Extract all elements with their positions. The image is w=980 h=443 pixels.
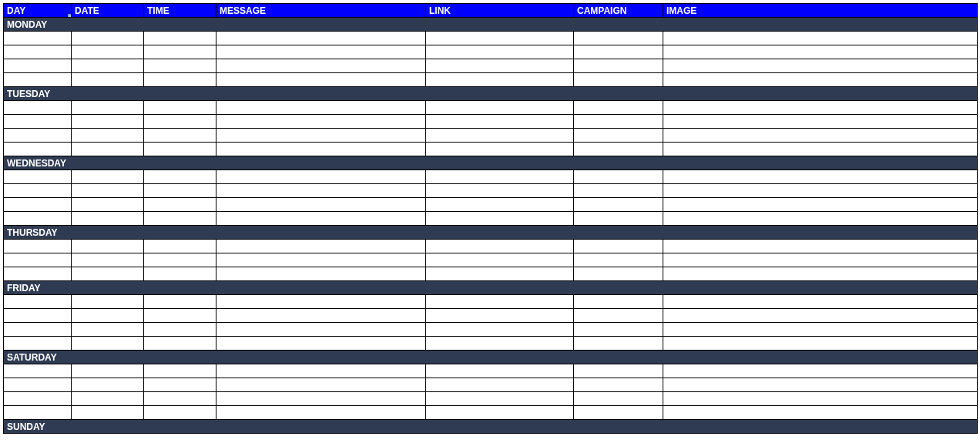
header-cell-message[interactable]: MESSAGE xyxy=(216,4,426,18)
cell-link[interactable] xyxy=(426,392,574,406)
table-row[interactable] xyxy=(4,392,978,406)
header-cell-time[interactable]: TIME xyxy=(144,4,216,18)
cell-date[interactable] xyxy=(72,406,144,420)
cell-time[interactable] xyxy=(144,101,216,115)
table-row[interactable] xyxy=(4,295,978,309)
cell-image[interactable] xyxy=(663,323,978,337)
cell-day[interactable] xyxy=(4,378,72,392)
cell-image[interactable] xyxy=(663,253,978,267)
cell-day[interactable] xyxy=(4,406,72,420)
cell-image[interactable] xyxy=(663,45,978,59)
cell-day[interactable] xyxy=(4,295,72,309)
cell-time[interactable] xyxy=(144,45,216,59)
cell-image[interactable] xyxy=(663,184,978,198)
table-row[interactable] xyxy=(4,45,978,59)
cell-image[interactable] xyxy=(663,406,978,420)
cell-time[interactable] xyxy=(144,198,216,212)
cell-link[interactable] xyxy=(426,184,574,198)
cell-time[interactable] xyxy=(144,59,216,73)
cell-campaign[interactable] xyxy=(574,115,663,129)
cell-message[interactable] xyxy=(216,32,426,45)
cell-time[interactable] xyxy=(144,115,216,129)
cell-time[interactable] xyxy=(144,378,216,392)
cell-campaign[interactable] xyxy=(574,73,663,87)
table-row[interactable] xyxy=(4,240,978,253)
cell-campaign[interactable] xyxy=(574,101,663,115)
cell-date[interactable] xyxy=(72,378,144,392)
cell-image[interactable] xyxy=(663,267,978,281)
header-cell-day[interactable]: DAY xyxy=(4,4,72,18)
cell-date[interactable] xyxy=(72,253,144,267)
cell-message[interactable] xyxy=(216,170,426,184)
cell-campaign[interactable] xyxy=(574,309,663,323)
schedule-table[interactable]: DAYDATETIMEMESSAGELINKCAMPAIGNIMAGE MOND… xyxy=(3,3,978,434)
cell-time[interactable] xyxy=(144,295,216,309)
cell-image[interactable] xyxy=(663,59,978,73)
header-cell-date[interactable]: DATE xyxy=(72,4,144,18)
cell-date[interactable] xyxy=(72,101,144,115)
cell-campaign[interactable] xyxy=(574,143,663,156)
section-row-monday[interactable]: MONDAY xyxy=(4,18,978,32)
cell-campaign[interactable] xyxy=(574,59,663,73)
cell-image[interactable] xyxy=(663,364,978,378)
cell-campaign[interactable] xyxy=(574,392,663,406)
cell-image[interactable] xyxy=(663,240,978,253)
cell-day[interactable] xyxy=(4,198,72,212)
cell-date[interactable] xyxy=(72,59,144,73)
table-row[interactable] xyxy=(4,364,978,378)
cell-campaign[interactable] xyxy=(574,337,663,351)
table-row[interactable] xyxy=(4,337,978,351)
cell-date[interactable] xyxy=(72,364,144,378)
cell-message[interactable] xyxy=(216,184,426,198)
cell-day[interactable] xyxy=(4,143,72,156)
cell-time[interactable] xyxy=(144,253,216,267)
cell-time[interactable] xyxy=(144,143,216,156)
cell-link[interactable] xyxy=(426,378,574,392)
cell-link[interactable] xyxy=(426,212,574,226)
table-row[interactable] xyxy=(4,253,978,267)
cell-day[interactable] xyxy=(4,73,72,87)
cell-day[interactable] xyxy=(4,240,72,253)
cell-link[interactable] xyxy=(426,115,574,129)
cell-image[interactable] xyxy=(663,295,978,309)
cell-image[interactable] xyxy=(663,115,978,129)
cell-time[interactable] xyxy=(144,212,216,226)
cell-message[interactable] xyxy=(216,73,426,87)
cell-date[interactable] xyxy=(72,170,144,184)
cell-image[interactable] xyxy=(663,32,978,45)
cell-date[interactable] xyxy=(72,129,144,143)
table-row[interactable] xyxy=(4,73,978,87)
cell-image[interactable] xyxy=(663,378,978,392)
cell-time[interactable] xyxy=(144,73,216,87)
cell-day[interactable] xyxy=(4,101,72,115)
cell-link[interactable] xyxy=(426,253,574,267)
cell-date[interactable] xyxy=(72,184,144,198)
cell-image[interactable] xyxy=(663,337,978,351)
cell-day[interactable] xyxy=(4,59,72,73)
cell-date[interactable] xyxy=(72,309,144,323)
cell-campaign[interactable] xyxy=(574,378,663,392)
cell-image[interactable] xyxy=(663,198,978,212)
cell-image[interactable] xyxy=(663,129,978,143)
cell-day[interactable] xyxy=(4,184,72,198)
cell-link[interactable] xyxy=(426,406,574,420)
section-row-thursday[interactable]: THURSDAY xyxy=(4,226,978,240)
cell-message[interactable] xyxy=(216,45,426,59)
table-row[interactable] xyxy=(4,184,978,198)
cell-campaign[interactable] xyxy=(574,212,663,226)
cell-message[interactable] xyxy=(216,406,426,420)
section-row-sunday[interactable]: SUNDAY xyxy=(4,420,978,434)
cell-day[interactable] xyxy=(4,337,72,351)
cell-message[interactable] xyxy=(216,364,426,378)
cell-day[interactable] xyxy=(4,129,72,143)
table-row[interactable] xyxy=(4,406,978,420)
cell-link[interactable] xyxy=(426,323,574,337)
cell-image[interactable] xyxy=(663,101,978,115)
table-row[interactable] xyxy=(4,32,978,45)
cell-message[interactable] xyxy=(216,267,426,281)
cell-link[interactable] xyxy=(426,143,574,156)
header-cell-link[interactable]: LINK xyxy=(426,4,574,18)
table-row[interactable] xyxy=(4,129,978,143)
header-cell-image[interactable]: IMAGE xyxy=(663,4,978,18)
cell-link[interactable] xyxy=(426,32,574,45)
